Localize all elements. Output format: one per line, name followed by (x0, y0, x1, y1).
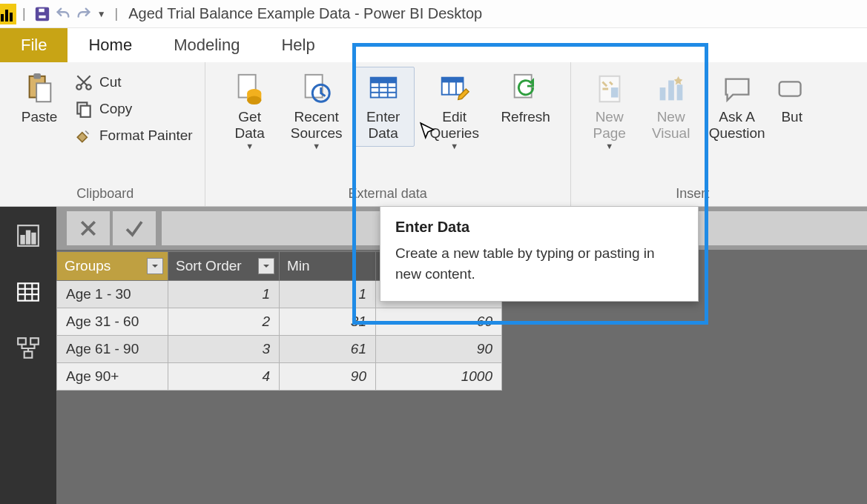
format-painter-icon (74, 126, 93, 145)
table-row[interactable]: Age 90+ 4 90 1000 (57, 363, 502, 391)
paste-icon (22, 72, 56, 106)
svg-rect-2 (38, 14, 46, 18)
get-data-icon (233, 72, 267, 106)
column-dropdown-icon[interactable] (147, 258, 163, 274)
cut-button[interactable]: Cut (70, 71, 197, 93)
save-icon[interactable] (32, 4, 53, 24)
column-header-min[interactable]: Min (280, 252, 376, 281)
refresh-icon (509, 72, 543, 106)
new-page-button[interactable]: New Page ▼ (578, 67, 641, 156)
qat-dropdown-icon[interactable]: ▼ (94, 9, 109, 19)
model-view-button[interactable] (13, 333, 44, 364)
recent-sources-icon (300, 72, 334, 106)
ribbon-group-insert: New Page ▼ New Visual Ask A Question Bu (571, 62, 814, 206)
svg-rect-42 (18, 338, 26, 345)
formula-commit-button[interactable] (113, 211, 156, 245)
group-label: Insert (676, 183, 709, 203)
svg-rect-34 (21, 236, 24, 244)
svg-rect-30 (668, 81, 674, 101)
tab-home[interactable]: Home (67, 28, 153, 62)
tooltip: Enter Data Create a new table by typing … (380, 206, 699, 302)
ribbon: Paste Cut Copy Format Painter Clipboard (0, 62, 867, 207)
svg-rect-9 (81, 106, 90, 117)
column-dropdown-icon[interactable] (258, 258, 274, 274)
cut-icon (74, 73, 93, 92)
svg-rect-36 (32, 233, 35, 244)
column-header-groups[interactable]: Groups (57, 252, 168, 281)
formula-cancel-button[interactable] (67, 211, 110, 245)
svg-rect-31 (676, 84, 682, 100)
tooltip-title: Enter Data (395, 219, 683, 236)
enter-data-icon (366, 72, 400, 106)
svg-point-13 (247, 96, 261, 105)
dropdown-icon: ▼ (245, 142, 254, 150)
undo-icon[interactable] (53, 4, 73, 24)
recent-sources-button[interactable]: Recent Sources ▼ (286, 67, 348, 156)
enter-data-button[interactable]: Enter Data (352, 67, 415, 147)
svg-rect-1 (38, 7, 44, 12)
svg-rect-5 (36, 83, 50, 102)
buttons-icon (775, 72, 809, 106)
format-painter-button[interactable]: Format Painter (70, 125, 197, 147)
dropdown-icon: ▼ (450, 142, 458, 150)
svg-rect-29 (659, 87, 665, 100)
new-visual-icon (654, 72, 688, 106)
tab-modeling[interactable]: Modeling (153, 28, 260, 62)
group-label: Clipboard (76, 183, 133, 203)
ribbon-tabs: File Home Modeling Help (0, 28, 867, 62)
svg-rect-28 (611, 87, 619, 97)
svg-rect-37 (18, 283, 39, 300)
group-label: External data (349, 183, 427, 203)
data-view-button[interactable] (13, 276, 44, 308)
ask-question-icon (720, 72, 754, 106)
dropdown-icon: ▼ (605, 142, 613, 150)
tooltip-body: Create a new table by typing or pasting … (395, 243, 683, 285)
window-title: Aged Trial Balance Example Data - Power … (128, 5, 482, 22)
report-view-button[interactable] (13, 220, 44, 251)
separator: | (115, 6, 119, 21)
table-row[interactable]: Age 31 - 60 2 31 60 (57, 308, 502, 336)
refresh-button[interactable]: Refresh (495, 67, 557, 130)
table-row[interactable]: Age 61 - 90 3 61 90 (57, 336, 502, 363)
tab-file[interactable]: File (0, 28, 67, 62)
column-header-sort-order[interactable]: Sort Order (168, 252, 280, 281)
edit-queries-button[interactable]: Edit Queries ▼ (419, 67, 490, 156)
svg-rect-17 (370, 78, 396, 84)
svg-rect-14 (305, 75, 322, 98)
svg-rect-32 (779, 82, 800, 96)
edit-queries-icon (438, 72, 472, 106)
copy-icon (74, 99, 93, 119)
view-bar (0, 207, 56, 504)
paste-button[interactable]: Paste (13, 67, 65, 130)
redo-icon[interactable] (73, 4, 94, 24)
svg-rect-35 (27, 231, 30, 244)
dropdown-icon: ▼ (312, 142, 320, 150)
title-bar: | ▼ | Aged Trial Balance Example Data - … (0, 0, 867, 28)
copy-button[interactable]: Copy (70, 98, 197, 120)
ask-question-button[interactable]: Ask A Question (702, 67, 773, 147)
svg-rect-44 (24, 351, 33, 358)
app-logo-icon (0, 4, 16, 24)
get-data-button[interactable]: Get Data ▼ (219, 67, 281, 156)
new-visual-button[interactable]: New Visual (645, 67, 697, 147)
svg-rect-4 (33, 73, 41, 79)
svg-rect-43 (30, 338, 39, 345)
ribbon-group-external-data: Get Data ▼ Recent Sources ▼ Enter Data (205, 62, 571, 206)
tab-help[interactable]: Help (260, 28, 335, 62)
separator: | (22, 6, 26, 21)
ribbon-group-clipboard: Paste Cut Copy Format Painter Clipboard (6, 62, 205, 206)
buttons-button[interactable]: But (777, 67, 807, 130)
svg-rect-23 (441, 78, 463, 83)
new-page-icon (593, 72, 627, 106)
